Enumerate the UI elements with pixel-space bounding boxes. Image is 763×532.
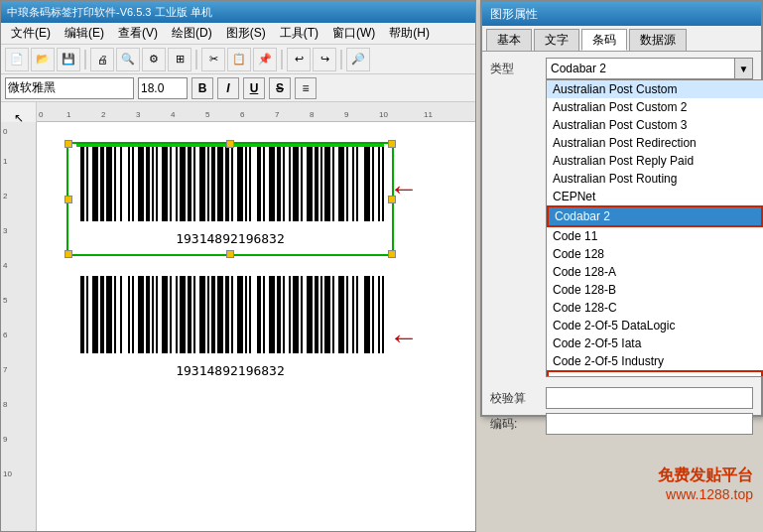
menu-window[interactable]: 窗口(W) <box>326 23 381 44</box>
option-au-post-reply-paid[interactable]: Australian Post Reply Paid <box>547 152 763 170</box>
undo-button[interactable]: ↩ <box>287 48 311 71</box>
svg-rect-16 <box>130 144 132 221</box>
save-button[interactable]: 💾 <box>57 48 80 71</box>
promo-section: 免费发贴平台 www.1288.top <box>470 466 753 502</box>
menu-shape[interactable]: 图形(S) <box>220 23 272 44</box>
redo-button[interactable]: ↪ <box>313 48 336 71</box>
handle-tr[interactable] <box>388 140 396 148</box>
handle-tm[interactable] <box>226 140 234 148</box>
settings-button[interactable]: ⚙ <box>142 48 166 71</box>
checksum-control[interactable] <box>546 387 753 409</box>
type-dropdown-value[interactable]: Codabar 2 <box>546 58 735 79</box>
italic-button[interactable]: I <box>217 77 239 99</box>
svg-rect-189 <box>352 276 354 353</box>
option-code11[interactable]: Code 11 <box>547 227 763 245</box>
option-au-post-custom3[interactable]: Australian Post Custom 3 <box>547 116 763 134</box>
open-button[interactable]: 📂 <box>31 48 55 71</box>
tab-datasource[interactable]: 数据源 <box>629 29 687 51</box>
svg-rect-22 <box>150 144 152 221</box>
handle-bl[interactable] <box>64 250 72 258</box>
svg-rect-43 <box>211 144 215 221</box>
svg-rect-177 <box>315 276 318 353</box>
option-code25-inter[interactable]: Code 2-Of-5 Interleaved <box>547 370 763 377</box>
print-button[interactable]: 🖨 <box>90 48 114 71</box>
svg-rect-117 <box>128 276 130 353</box>
option-code25-iata[interactable]: Code 2-Of-5 Iata <box>547 334 763 352</box>
svg-rect-23 <box>152 144 154 221</box>
option-cepnet[interactable]: CEPNet <box>547 188 763 205</box>
svg-rect-167 <box>283 276 285 353</box>
svg-rect-168 <box>285 276 289 353</box>
svg-rect-84 <box>344 144 346 221</box>
menu-view[interactable]: 查看(V) <box>112 23 164 44</box>
svg-rect-76 <box>318 144 320 221</box>
underline-button[interactable]: U <box>243 77 265 99</box>
tab-text[interactable]: 文字 <box>534 29 579 51</box>
svg-rect-184 <box>334 276 338 353</box>
svg-rect-140 <box>195 276 199 353</box>
tab-barcode[interactable]: 条码 <box>581 29 627 51</box>
option-au-post-routing[interactable]: Australian Post Routing <box>547 170 763 188</box>
option-code25-ind[interactable]: Code 2-Of-5 Industry <box>547 352 763 370</box>
handle-tl[interactable] <box>64 140 72 148</box>
svg-rect-68 <box>291 144 293 221</box>
option-au-post-custom2[interactable]: Australian Post Custom 2 <box>547 98 763 116</box>
svg-rect-73 <box>307 144 313 221</box>
svg-rect-170 <box>291 276 293 353</box>
barcode-bottom[interactable]: 19314892196832 <box>66 276 394 390</box>
align-button[interactable]: ≡ <box>295 77 317 99</box>
menu-file[interactable]: 文件(E) <box>5 23 57 44</box>
svg-rect-5 <box>92 144 98 221</box>
handle-br[interactable] <box>388 250 396 258</box>
tab-basic[interactable]: 基本 <box>486 29 532 51</box>
option-code128a[interactable]: Code 128-A <box>547 263 763 281</box>
option-au-post-custom[interactable]: Australian Post Custom <box>547 80 763 98</box>
option-code128b[interactable]: Code 128-B <box>547 281 763 299</box>
svg-rect-138 <box>191 276 193 353</box>
svg-rect-53 <box>245 144 247 221</box>
option-code128[interactable]: Code 128 <box>547 245 763 263</box>
strikethrough-button[interactable]: S <box>269 77 291 99</box>
preview-button[interactable]: 🔍 <box>116 48 140 71</box>
zoom-button[interactable]: 🔎 <box>346 48 370 71</box>
menu-tools[interactable]: 工具(T) <box>274 23 324 44</box>
option-au-post-redirection[interactable]: Australian Post Redirection <box>547 134 763 152</box>
svg-rect-48 <box>229 144 231 221</box>
svg-rect-193 <box>364 276 370 353</box>
toolbar-sep-3 <box>281 50 283 69</box>
menu-help[interactable]: 帮助(H) <box>383 23 436 44</box>
menu-edit[interactable]: 编辑(E) <box>59 23 110 44</box>
svg-rect-156 <box>247 276 249 353</box>
cut-button[interactable]: ✂ <box>201 48 225 71</box>
option-code25-dl[interactable]: Code 2-Of-5 DataLogic <box>547 317 763 334</box>
bold-button[interactable]: B <box>191 77 213 99</box>
promo-text-line1: 免费发贴平台 <box>470 466 753 486</box>
svg-rect-46 <box>223 144 225 221</box>
option-codabar2[interactable]: Codabar 2 <box>547 205 763 227</box>
svg-rect-149 <box>225 276 229 353</box>
svg-rect-78 <box>322 144 324 221</box>
checksum-value[interactable] <box>546 387 753 409</box>
props-title: 图形属性 <box>482 2 761 26</box>
svg-rect-130 <box>168 276 170 353</box>
svg-rect-45 <box>217 144 223 221</box>
grid-button[interactable]: ⊞ <box>168 48 191 71</box>
svg-rect-173 <box>301 276 303 353</box>
type-dropdown-arrow[interactable]: ▼ <box>735 58 753 79</box>
font-size[interactable] <box>138 77 188 99</box>
copy-button[interactable]: 📋 <box>227 48 251 71</box>
handle-ml[interactable] <box>64 196 72 203</box>
new-button[interactable]: 📄 <box>5 48 29 71</box>
barcode-top[interactable]: 19314892196832 <box>66 142 394 256</box>
svg-rect-180 <box>322 276 324 353</box>
ruler-horizontal: 0 1 2 3 4 5 6 7 8 9 10 11 <box>37 102 475 122</box>
menu-draw[interactable]: 绘图(D) <box>166 23 218 44</box>
handle-bm[interactable] <box>226 250 234 258</box>
code-value[interactable] <box>546 413 753 435</box>
option-code128c[interactable]: Code 128-C <box>547 299 763 317</box>
font-select[interactable] <box>5 77 134 99</box>
format-bar: B I U S ≡ <box>1 74 475 102</box>
svg-rect-12 <box>116 144 120 221</box>
paste-button[interactable]: 📌 <box>253 48 277 71</box>
svg-rect-137 <box>188 276 191 353</box>
